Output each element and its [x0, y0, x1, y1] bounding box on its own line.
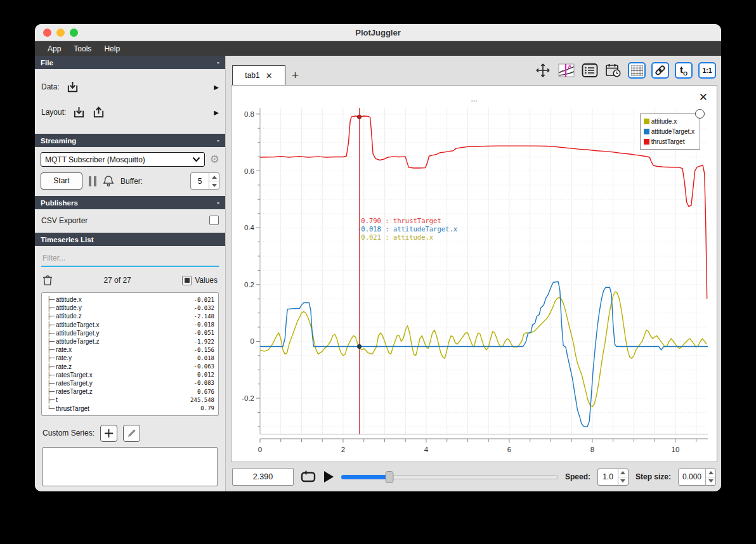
menu-item-tools[interactable]: Tools	[68, 43, 96, 55]
link-axes-button[interactable]	[651, 62, 669, 79]
series-value: -0.021	[193, 297, 214, 303]
time-offset-button[interactable]: tO	[675, 62, 693, 79]
tab-close-icon[interactable]: ✕	[266, 71, 273, 81]
layout-submenu-arrow-icon[interactable]: ▶	[214, 109, 219, 116]
ratio-button[interactable]: 1:1	[698, 62, 716, 79]
timeseries-row[interactable]: ├─t245.548	[43, 396, 214, 404]
series-name: attitude.z	[56, 313, 82, 320]
section-header-publishers[interactable]: Publishers -	[35, 196, 225, 209]
csv-exporter-checkbox[interactable]	[209, 216, 219, 225]
tree-branch-icon: └─	[43, 405, 55, 412]
timeseries-row[interactable]: ├─attitude.x-0.021	[43, 295, 214, 304]
collapse-icon[interactable]: -	[217, 58, 219, 67]
plot-title[interactable]: ...	[231, 94, 717, 103]
legend-handle[interactable]	[695, 109, 705, 119]
timeseries-row[interactable]: ├─attitudeTarget.z-1.922	[43, 337, 214, 346]
custom-series-list[interactable]	[42, 447, 218, 486]
legend-item[interactable]: attitude.x	[644, 116, 694, 126]
timeseries-row[interactable]: ├─attitude.y-0.032	[43, 304, 214, 312]
tracker-tooltip-line: -0.021 : attitude.x	[357, 233, 457, 242]
timeseries-row[interactable]: ├─ratesTarget.x0.012	[43, 371, 214, 379]
curve-tracker-icon[interactable]: A	[557, 62, 575, 79]
svg-text:0.8: 0.8	[244, 110, 254, 118]
series-value: -0.063	[193, 363, 214, 370]
tree-branch-icon: ├─	[43, 338, 55, 345]
spin-down-icon[interactable]	[209, 181, 219, 189]
svg-text:0: 0	[251, 337, 254, 345]
series-count: 27 of 27	[53, 276, 182, 285]
save-layout-icon[interactable]	[92, 106, 105, 119]
timeseries-row[interactable]: ├─rate.z-0.063	[43, 363, 214, 371]
load-layout-icon[interactable]	[72, 106, 86, 119]
list-view-icon[interactable]	[581, 62, 599, 79]
add-tab-button[interactable]: +	[292, 68, 299, 82]
series-name: attitudeTarget.x	[56, 321, 99, 328]
custom-series-edit-button[interactable]	[123, 425, 140, 442]
series-name: rate.z	[56, 363, 72, 370]
legend-swatch	[644, 139, 649, 145]
date-time-icon[interactable]	[604, 62, 622, 79]
section-header-timeseries-list[interactable]: Timeseries List	[35, 233, 225, 246]
section-header-file[interactable]: File -	[35, 56, 225, 69]
spin-up-icon[interactable]	[618, 469, 628, 477]
start-button[interactable]: Start	[41, 172, 82, 190]
tab-toolbar: tab1 ✕ + A	[231, 56, 717, 85]
loop-icon[interactable]	[301, 470, 316, 484]
spin-up-icon[interactable]	[706, 469, 715, 477]
close-window-button[interactable]	[43, 29, 51, 37]
speed-spinbox[interactable]: 1.0	[597, 469, 629, 486]
svg-text:0.6: 0.6	[244, 167, 254, 175]
notification-bell-icon[interactable]	[103, 175, 114, 187]
menu-item-app[interactable]: App	[42, 43, 66, 55]
tab-tab1[interactable]: tab1 ✕	[232, 65, 285, 85]
tree-branch-icon: ├─	[43, 363, 55, 370]
menu-item-help[interactable]: Help	[99, 43, 125, 55]
timeseries-list: ├─attitude.x-0.021 ├─attitude.y-0.032 ├─…	[41, 292, 219, 416]
series-name: ratesTarget.z	[56, 388, 93, 395]
grid-layout-button[interactable]	[628, 62, 646, 79]
load-data-icon[interactable]	[66, 81, 79, 94]
minimize-window-button[interactable]	[56, 29, 65, 37]
move-tool-icon[interactable]	[534, 62, 552, 79]
timeline-slider[interactable]	[341, 470, 558, 483]
pause-icon[interactable]	[89, 176, 96, 186]
timeseries-row[interactable]: ├─ratesTarget.y-0.083	[43, 379, 214, 387]
spin-down-icon[interactable]	[618, 477, 628, 485]
step-size-spinbox[interactable]: 0.000	[678, 469, 716, 486]
values-checkbox[interactable]	[182, 276, 192, 285]
plus-icon	[104, 429, 114, 438]
time-value-input[interactable]	[232, 468, 294, 486]
timeseries-row[interactable]: ├─attitude.z-2.148	[43, 312, 214, 320]
plot-area[interactable]: -0.200.20.40.60.80246810 ... ✕ attitude.…	[231, 85, 717, 462]
timeseries-row[interactable]: ├─rate.y0.018	[43, 354, 214, 362]
tree-branch-icon: ├─	[43, 372, 55, 379]
slider-handle[interactable]	[385, 471, 393, 483]
buffer-spinbox[interactable]: 5	[190, 172, 219, 190]
collapse-icon[interactable]: -	[217, 136, 219, 145]
legend-item[interactable]: attitudeTarget.x	[644, 126, 694, 136]
gear-icon[interactable]: ⚙	[210, 154, 219, 165]
series-value: 245.548	[190, 397, 214, 403]
collapse-icon[interactable]: -	[217, 198, 219, 207]
legend-item[interactable]: thrustTarget	[644, 136, 694, 146]
data-submenu-arrow-icon[interactable]: ▶	[214, 84, 219, 91]
section-header-streaming[interactable]: Streaming -	[35, 134, 225, 147]
timeseries-row[interactable]: ├─rate.x-0.156	[43, 346, 214, 354]
trash-icon[interactable]	[42, 275, 53, 286]
spin-down-icon[interactable]	[706, 477, 715, 485]
timeseries-row[interactable]: ├─attitudeTarget.x-0.018	[43, 321, 214, 329]
series-name: thrustTarget	[56, 405, 89, 412]
values-label: Values	[195, 276, 218, 285]
custom-series-add-button[interactable]	[100, 425, 117, 442]
timeseries-filter-input[interactable]	[41, 250, 219, 267]
spin-up-icon[interactable]	[209, 173, 219, 181]
legend[interactable]: attitude.xattitudeTarget.xthrustTarget	[640, 113, 700, 150]
zoom-window-button[interactable]	[70, 29, 78, 37]
tree-branch-icon: ├─	[43, 304, 55, 311]
timeseries-row[interactable]: └─thrustTarget0.79	[43, 404, 214, 412]
streaming-source-select[interactable]: MQTT Subscriber (Mosquitto)	[41, 152, 205, 167]
timeseries-row[interactable]: ├─ratesTarget.z0.676	[43, 387, 214, 396]
play-button[interactable]	[323, 470, 334, 483]
plot-close-icon[interactable]: ✕	[699, 92, 708, 103]
timeseries-row[interactable]: ├─attitudeTarget.y-0.051	[43, 329, 214, 337]
